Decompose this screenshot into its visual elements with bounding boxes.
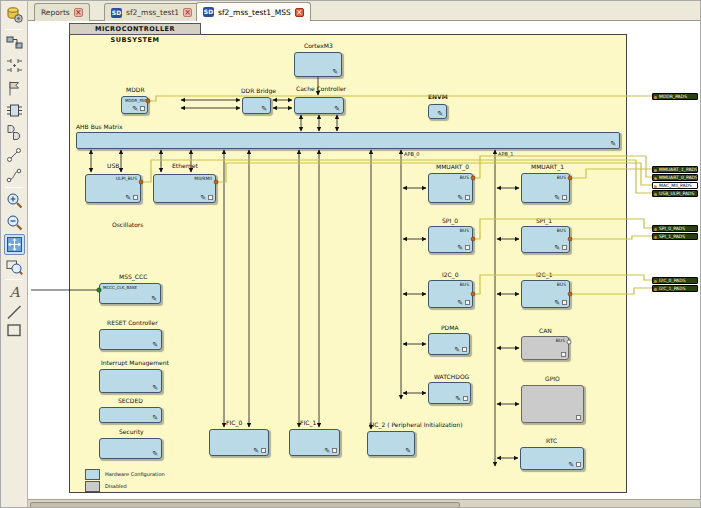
edit-icon[interactable]: ✎ bbox=[152, 384, 158, 392]
block-interrupt-management[interactable]: ✎ bbox=[99, 369, 162, 393]
edit-icon[interactable]: ✎ bbox=[437, 110, 443, 118]
pin-label: MCCC_CLK_BASE bbox=[103, 285, 137, 290]
edit-icon[interactable]: ✎ bbox=[568, 461, 574, 469]
config-indicator bbox=[332, 448, 337, 453]
label-spi1: SPI_1 bbox=[536, 217, 552, 224]
edit-icon[interactable]: ✎ bbox=[554, 194, 560, 202]
pad-usb-ulpi[interactable]: USB_ULPI_PADS bbox=[652, 190, 698, 197]
label-can: CAN bbox=[539, 327, 552, 334]
block-envm[interactable]: ✎ bbox=[428, 104, 447, 119]
label-apb0: APB_0 bbox=[404, 151, 420, 157]
block-mmuart0[interactable]: BUS ✎ bbox=[428, 173, 473, 203]
edit-icon[interactable]: ✎ bbox=[151, 295, 157, 303]
edit-icon[interactable]: ✎ bbox=[125, 194, 131, 202]
connect-mode-icon[interactable] bbox=[4, 55, 25, 76]
block-i2c0[interactable]: BUS ✎ bbox=[428, 280, 473, 308]
block-i2c1[interactable]: BUS ✎ bbox=[521, 280, 570, 308]
edit-icon[interactable]: ✎ bbox=[253, 447, 259, 455]
net-connect-icon[interactable] bbox=[4, 145, 25, 166]
spline-connect-icon[interactable] bbox=[4, 165, 25, 186]
module-pins-icon[interactable] bbox=[4, 100, 25, 121]
block-ethernet[interactable]: MII/RMII ✎ bbox=[153, 174, 216, 203]
label-oscillators: Oscillators bbox=[112, 221, 143, 228]
block-reset-controller[interactable]: ✎ bbox=[99, 329, 162, 350]
block-can[interactable]: BUS bbox=[521, 336, 569, 360]
edit-icon[interactable]: ✎ bbox=[152, 414, 158, 422]
pad-mmuart1[interactable]: MMUART_1_PADS bbox=[652, 166, 698, 173]
block-security[interactable]: ✎ bbox=[99, 438, 162, 459]
block-ahb-bus-matrix[interactable]: ✎ bbox=[76, 132, 620, 149]
config-indicator bbox=[576, 462, 581, 467]
horizontal-scrollbar[interactable] bbox=[28, 499, 701, 508]
block-spi0[interactable]: BUS ✎ bbox=[428, 226, 473, 253]
label-mss-ccc: MSS_CCC bbox=[119, 273, 147, 280]
label-security: Security bbox=[119, 428, 144, 435]
edit-icon[interactable]: ✎ bbox=[261, 105, 267, 113]
edit-icon[interactable]: ✎ bbox=[405, 447, 411, 455]
block-secded[interactable]: ✎ bbox=[99, 407, 162, 423]
subsystem-title: MICROCONTROLLER SUBSYSTEM bbox=[69, 23, 201, 35]
add-component-icon[interactable] bbox=[4, 32, 25, 53]
pad-spi0[interactable]: SPI_0_PADS bbox=[652, 225, 698, 232]
edit-icon[interactable]: ✎ bbox=[454, 346, 460, 354]
close-icon[interactable]: × bbox=[74, 8, 83, 17]
block-mss-ccc[interactable]: MCCC_CLK_BASE ✎ bbox=[99, 283, 161, 304]
pad-mmuart0[interactable]: MMUART_0_PADS bbox=[652, 174, 698, 181]
edit-icon[interactable]: ✎ bbox=[554, 299, 560, 307]
tab-sf2-mss-test1[interactable]: SD sf2_mss_test1 × bbox=[104, 3, 199, 21]
tab-reports[interactable]: Reports × bbox=[34, 3, 90, 21]
pad-spi1[interactable]: SPI_1_PADS bbox=[652, 233, 698, 240]
zoom-fit-icon[interactable] bbox=[4, 234, 25, 255]
block-mddr[interactable]: MDDR_PADS ✎ bbox=[121, 96, 148, 114]
label-cortexm3: CortexM3 bbox=[304, 42, 333, 49]
edit-icon[interactable]: ✎ bbox=[457, 244, 463, 252]
edit-icon[interactable]: ✎ bbox=[457, 299, 463, 307]
edit-icon[interactable]: ✎ bbox=[554, 244, 560, 252]
scrollbar-thumb[interactable] bbox=[30, 502, 460, 508]
zoom-out-icon[interactable] bbox=[4, 212, 25, 233]
pad-i2c0[interactable]: I2C_0_PADS bbox=[652, 277, 698, 284]
edit-icon[interactable]: ✎ bbox=[455, 395, 461, 403]
block-cortexm3[interactable]: ✎ bbox=[294, 52, 342, 77]
pad-mddr[interactable]: MDDR_PADS bbox=[652, 93, 698, 100]
logic-gates-icon[interactable] bbox=[4, 122, 25, 143]
block-gpio[interactable] bbox=[521, 385, 584, 423]
block-ddr-bridge[interactable]: ✎ bbox=[242, 97, 271, 114]
zoom-in-icon[interactable] bbox=[4, 190, 25, 211]
tab-sf2-mss-test1-mss[interactable]: SD sf2_mss_test1_MSS × bbox=[196, 2, 311, 21]
edit-icon[interactable]: ✎ bbox=[200, 194, 206, 202]
block-pdma[interactable]: ✎ bbox=[428, 333, 470, 355]
block-fic1[interactable]: ✎ bbox=[289, 429, 340, 456]
config-indicator bbox=[562, 195, 567, 200]
block-cache-controller[interactable]: ✎ bbox=[294, 97, 344, 114]
close-icon[interactable]: × bbox=[295, 8, 304, 17]
pin-label: BUS bbox=[460, 175, 469, 180]
label-watchdog: WATCHDOG bbox=[434, 373, 469, 380]
pad-i2c1[interactable]: I2C_1_PADS bbox=[652, 285, 698, 292]
firmware-catalog-icon[interactable] bbox=[4, 4, 25, 25]
edit-icon[interactable]: ✎ bbox=[334, 105, 340, 113]
block-watchdog[interactable]: ✎ bbox=[428, 382, 471, 404]
text-tool-icon[interactable]: A bbox=[4, 281, 25, 302]
edit-icon[interactable]: ✎ bbox=[457, 194, 463, 202]
edit-icon[interactable]: ✎ bbox=[332, 68, 338, 76]
edit-icon[interactable]: ✎ bbox=[610, 140, 616, 148]
edit-icon[interactable]: ✎ bbox=[152, 341, 158, 349]
promote-pin-icon[interactable] bbox=[4, 78, 25, 99]
block-mmuart1[interactable]: BUS ✎ bbox=[521, 173, 570, 203]
pin-label: BUS bbox=[557, 282, 566, 287]
block-spi1[interactable]: BUS ✎ bbox=[521, 226, 570, 253]
block-rtc[interactable]: ✎ bbox=[520, 447, 584, 470]
zoom-window-icon[interactable] bbox=[4, 257, 25, 278]
label-rtc: RTC bbox=[546, 437, 557, 444]
edit-icon[interactable]: ✎ bbox=[152, 450, 158, 458]
close-icon[interactable]: × bbox=[183, 8, 192, 17]
block-usb[interactable]: ULPI_BUS ✎ bbox=[85, 174, 141, 203]
edit-icon[interactable]: ✎ bbox=[324, 447, 330, 455]
block-fic2[interactable]: ✎ bbox=[367, 431, 415, 456]
rectangle-tool-icon[interactable] bbox=[4, 320, 25, 341]
pad-mac-mii[interactable]: MAC_MII_PADS bbox=[652, 182, 698, 189]
smartdesign-icon: SD bbox=[111, 8, 122, 18]
block-fic0[interactable]: ✎ bbox=[209, 429, 269, 456]
edit-icon[interactable]: ✎ bbox=[132, 105, 138, 113]
